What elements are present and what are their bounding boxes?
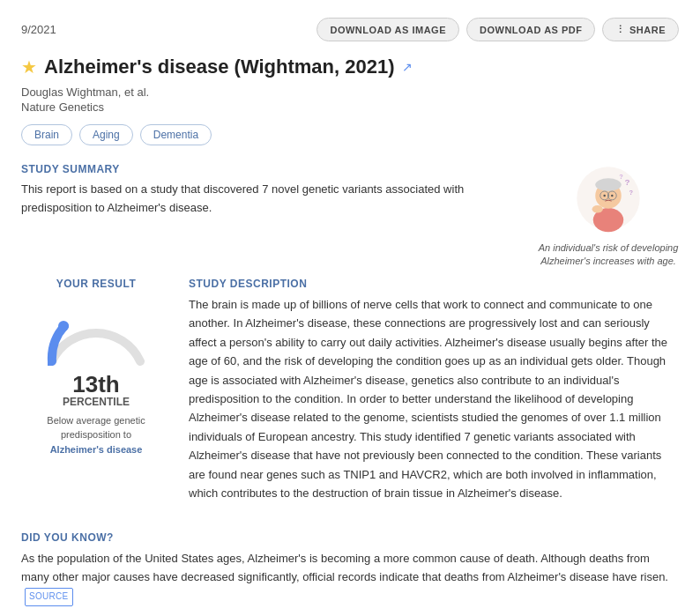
image-block: ? ? ? An individual's risk of developing… (538, 163, 679, 269)
gauge-svg (39, 295, 153, 366)
did-you-know-label: DID YOU KNOW? (21, 531, 679, 544)
study-description-column: STUDY DESCRIPTION The brain is made up o… (189, 278, 679, 517)
result-description: Below average genetic predisposition to … (47, 413, 145, 457)
svg-point-7 (603, 195, 605, 197)
tag-dementia[interactable]: Dementia (140, 124, 212, 145)
download-image-button[interactable]: DOWNLOAD AS IMAGE (316, 18, 459, 41)
journal-line: Nature Genetics (21, 100, 679, 114)
share-icon: ⋮ (615, 24, 626, 35)
study-description-text: The brain is made up of billions of nerv… (189, 295, 679, 503)
share-button[interactable]: ⋮ SHARE (602, 18, 679, 41)
illustration: ? ? ? (551, 163, 666, 234)
svg-point-9 (592, 205, 603, 213)
your-result-label: YOUR RESULT (56, 278, 137, 290)
study-summary-label: STUDY SUMMARY (21, 163, 520, 175)
title-row: ★ Alzheimer's disease (Wightman, 2021) ↗ (21, 56, 679, 78)
svg-point-13 (58, 321, 69, 331)
tag-aging[interactable]: Aging (79, 124, 133, 145)
svg-text:?: ? (629, 189, 633, 197)
page-title: Alzheimer's disease (Wightman, 2021) (44, 56, 395, 78)
image-caption: An individual's risk of developing Alzhe… (538, 241, 679, 269)
svg-point-3 (595, 178, 622, 191)
result-description-row: YOUR RESULT 13th PERCENTILE Below averag… (21, 278, 679, 517)
gauge-container (39, 295, 153, 366)
top-bar: 9/2021 DOWNLOAD AS IMAGE DOWNLOAD AS PDF… (21, 18, 679, 41)
date-label: 9/2021 (21, 23, 56, 36)
author-line: Douglas Wightman, et al. (21, 85, 679, 99)
star-icon[interactable]: ★ (21, 56, 37, 78)
percentile-value: 13th (72, 373, 119, 396)
source-link[interactable]: SOURCE (25, 588, 73, 606)
tag-brain[interactable]: Brain (21, 124, 72, 145)
svg-text:?: ? (619, 173, 623, 181)
svg-text:?: ? (624, 177, 629, 187)
summary-left: STUDY SUMMARY This report is based on a … (21, 163, 520, 232)
study-summary-text: This report is based on a study that dis… (21, 181, 520, 218)
percentile-label: PERCENTILE (63, 396, 130, 408)
did-you-know-text: As the population of the United States a… (21, 549, 679, 606)
tags-row: Brain Aging Dementia (21, 124, 679, 145)
summary-section: STUDY SUMMARY This report is based on a … (21, 163, 679, 269)
svg-point-8 (611, 195, 613, 197)
external-link-icon[interactable]: ↗ (402, 60, 413, 74)
result-column: YOUR RESULT 13th PERCENTILE Below averag… (21, 278, 171, 457)
study-description-label: STUDY DESCRIPTION (189, 278, 679, 290)
top-buttons: DOWNLOAD AS IMAGE DOWNLOAD AS PDF ⋮ SHAR… (316, 18, 679, 41)
svg-rect-14 (48, 357, 53, 366)
download-pdf-button[interactable]: DOWNLOAD AS PDF (466, 18, 595, 41)
did-you-know-section: DID YOU KNOW? As the population of the U… (21, 531, 679, 606)
